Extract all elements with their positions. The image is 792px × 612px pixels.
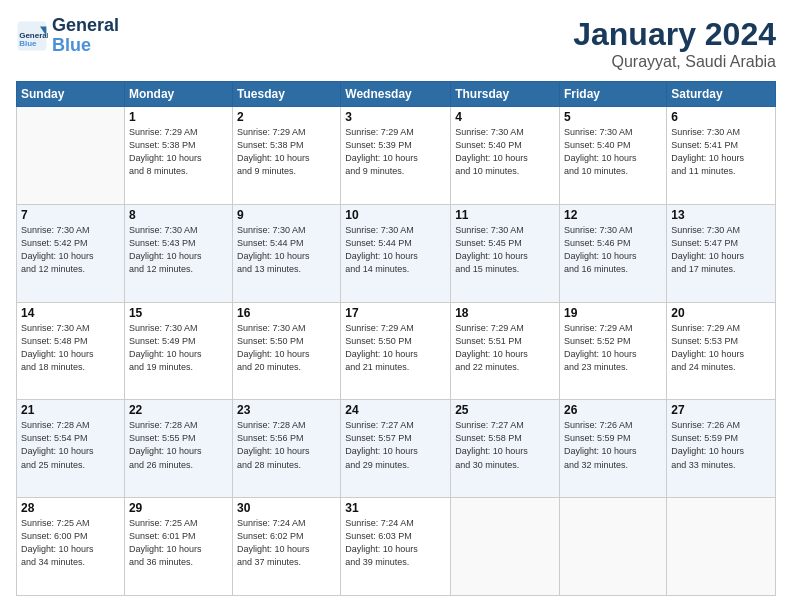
day-cell: 22Sunrise: 7:28 AMSunset: 5:55 PMDayligh… (124, 400, 232, 498)
day-number: 10 (345, 208, 446, 222)
day-cell: 1Sunrise: 7:29 AMSunset: 5:38 PMDaylight… (124, 107, 232, 205)
day-info: Sunrise: 7:29 AMSunset: 5:50 PMDaylight:… (345, 322, 446, 374)
day-cell: 15Sunrise: 7:30 AMSunset: 5:49 PMDayligh… (124, 302, 232, 400)
day-cell: 14Sunrise: 7:30 AMSunset: 5:48 PMDayligh… (17, 302, 125, 400)
day-cell: 29Sunrise: 7:25 AMSunset: 6:01 PMDayligh… (124, 498, 232, 596)
day-cell: 31Sunrise: 7:24 AMSunset: 6:03 PMDayligh… (341, 498, 451, 596)
day-cell: 4Sunrise: 7:30 AMSunset: 5:40 PMDaylight… (451, 107, 560, 205)
month-title: January 2024 (573, 16, 776, 53)
day-info: Sunrise: 7:30 AMSunset: 5:44 PMDaylight:… (237, 224, 336, 276)
day-cell: 18Sunrise: 7:29 AMSunset: 5:51 PMDayligh… (451, 302, 560, 400)
day-info: Sunrise: 7:30 AMSunset: 5:40 PMDaylight:… (564, 126, 662, 178)
day-info: Sunrise: 7:30 AMSunset: 5:40 PMDaylight:… (455, 126, 555, 178)
day-cell: 8Sunrise: 7:30 AMSunset: 5:43 PMDaylight… (124, 204, 232, 302)
day-number: 25 (455, 403, 555, 417)
logo-line2: Blue (52, 36, 119, 56)
day-info: Sunrise: 7:30 AMSunset: 5:50 PMDaylight:… (237, 322, 336, 374)
day-info: Sunrise: 7:29 AMSunset: 5:51 PMDaylight:… (455, 322, 555, 374)
day-info: Sunrise: 7:28 AMSunset: 5:56 PMDaylight:… (237, 419, 336, 471)
day-number: 21 (21, 403, 120, 417)
day-info: Sunrise: 7:26 AMSunset: 5:59 PMDaylight:… (671, 419, 771, 471)
day-number: 28 (21, 501, 120, 515)
day-cell: 9Sunrise: 7:30 AMSunset: 5:44 PMDaylight… (233, 204, 341, 302)
title-block: January 2024 Qurayyat, Saudi Arabia (573, 16, 776, 71)
day-info: Sunrise: 7:29 AMSunset: 5:52 PMDaylight:… (564, 322, 662, 374)
header-friday: Friday (560, 82, 667, 107)
day-number: 19 (564, 306, 662, 320)
day-info: Sunrise: 7:24 AMSunset: 6:03 PMDaylight:… (345, 517, 446, 569)
header-saturday: Saturday (667, 82, 776, 107)
day-cell (451, 498, 560, 596)
day-number: 4 (455, 110, 555, 124)
day-number: 18 (455, 306, 555, 320)
day-cell: 3Sunrise: 7:29 AMSunset: 5:39 PMDaylight… (341, 107, 451, 205)
week-row-2: 14Sunrise: 7:30 AMSunset: 5:48 PMDayligh… (17, 302, 776, 400)
day-cell (560, 498, 667, 596)
header-row: SundayMondayTuesdayWednesdayThursdayFrid… (17, 82, 776, 107)
svg-text:Blue: Blue (19, 39, 37, 48)
day-info: Sunrise: 7:28 AMSunset: 5:54 PMDaylight:… (21, 419, 120, 471)
day-info: Sunrise: 7:30 AMSunset: 5:41 PMDaylight:… (671, 126, 771, 178)
day-number: 26 (564, 403, 662, 417)
day-number: 5 (564, 110, 662, 124)
day-info: Sunrise: 7:30 AMSunset: 5:45 PMDaylight:… (455, 224, 555, 276)
day-number: 23 (237, 403, 336, 417)
day-cell: 24Sunrise: 7:27 AMSunset: 5:57 PMDayligh… (341, 400, 451, 498)
day-number: 29 (129, 501, 228, 515)
day-info: Sunrise: 7:29 AMSunset: 5:38 PMDaylight:… (237, 126, 336, 178)
day-cell: 10Sunrise: 7:30 AMSunset: 5:44 PMDayligh… (341, 204, 451, 302)
day-info: Sunrise: 7:30 AMSunset: 5:48 PMDaylight:… (21, 322, 120, 374)
day-number: 11 (455, 208, 555, 222)
day-number: 22 (129, 403, 228, 417)
day-cell: 17Sunrise: 7:29 AMSunset: 5:50 PMDayligh… (341, 302, 451, 400)
logo-text: General Blue (52, 16, 119, 56)
day-number: 2 (237, 110, 336, 124)
day-number: 13 (671, 208, 771, 222)
header-wednesday: Wednesday (341, 82, 451, 107)
header: General Blue General Blue January 2024 Q… (16, 16, 776, 71)
day-cell (17, 107, 125, 205)
day-number: 7 (21, 208, 120, 222)
day-info: Sunrise: 7:29 AMSunset: 5:53 PMDaylight:… (671, 322, 771, 374)
svg-text:General: General (19, 30, 48, 39)
day-number: 27 (671, 403, 771, 417)
day-cell: 23Sunrise: 7:28 AMSunset: 5:56 PMDayligh… (233, 400, 341, 498)
day-number: 16 (237, 306, 336, 320)
day-number: 8 (129, 208, 228, 222)
header-monday: Monday (124, 82, 232, 107)
day-info: Sunrise: 7:27 AMSunset: 5:58 PMDaylight:… (455, 419, 555, 471)
day-cell: 20Sunrise: 7:29 AMSunset: 5:53 PMDayligh… (667, 302, 776, 400)
day-number: 1 (129, 110, 228, 124)
day-info: Sunrise: 7:27 AMSunset: 5:57 PMDaylight:… (345, 419, 446, 471)
week-row-1: 7Sunrise: 7:30 AMSunset: 5:42 PMDaylight… (17, 204, 776, 302)
day-number: 24 (345, 403, 446, 417)
day-cell: 12Sunrise: 7:30 AMSunset: 5:46 PMDayligh… (560, 204, 667, 302)
day-cell: 2Sunrise: 7:29 AMSunset: 5:38 PMDaylight… (233, 107, 341, 205)
day-cell (667, 498, 776, 596)
day-info: Sunrise: 7:30 AMSunset: 5:46 PMDaylight:… (564, 224, 662, 276)
week-row-4: 28Sunrise: 7:25 AMSunset: 6:00 PMDayligh… (17, 498, 776, 596)
day-cell: 5Sunrise: 7:30 AMSunset: 5:40 PMDaylight… (560, 107, 667, 205)
day-info: Sunrise: 7:30 AMSunset: 5:43 PMDaylight:… (129, 224, 228, 276)
day-number: 17 (345, 306, 446, 320)
day-number: 6 (671, 110, 771, 124)
day-cell: 27Sunrise: 7:26 AMSunset: 5:59 PMDayligh… (667, 400, 776, 498)
day-cell: 25Sunrise: 7:27 AMSunset: 5:58 PMDayligh… (451, 400, 560, 498)
day-cell: 30Sunrise: 7:24 AMSunset: 6:02 PMDayligh… (233, 498, 341, 596)
day-cell: 26Sunrise: 7:26 AMSunset: 5:59 PMDayligh… (560, 400, 667, 498)
day-number: 3 (345, 110, 446, 124)
logo-line1: General (52, 16, 119, 36)
day-info: Sunrise: 7:30 AMSunset: 5:49 PMDaylight:… (129, 322, 228, 374)
day-number: 9 (237, 208, 336, 222)
page: General Blue General Blue January 2024 Q… (0, 0, 792, 612)
header-thursday: Thursday (451, 82, 560, 107)
day-cell: 11Sunrise: 7:30 AMSunset: 5:45 PMDayligh… (451, 204, 560, 302)
day-number: 15 (129, 306, 228, 320)
day-info: Sunrise: 7:30 AMSunset: 5:47 PMDaylight:… (671, 224, 771, 276)
day-info: Sunrise: 7:24 AMSunset: 6:02 PMDaylight:… (237, 517, 336, 569)
week-row-3: 21Sunrise: 7:28 AMSunset: 5:54 PMDayligh… (17, 400, 776, 498)
day-number: 30 (237, 501, 336, 515)
day-cell: 28Sunrise: 7:25 AMSunset: 6:00 PMDayligh… (17, 498, 125, 596)
day-info: Sunrise: 7:30 AMSunset: 5:44 PMDaylight:… (345, 224, 446, 276)
header-tuesday: Tuesday (233, 82, 341, 107)
